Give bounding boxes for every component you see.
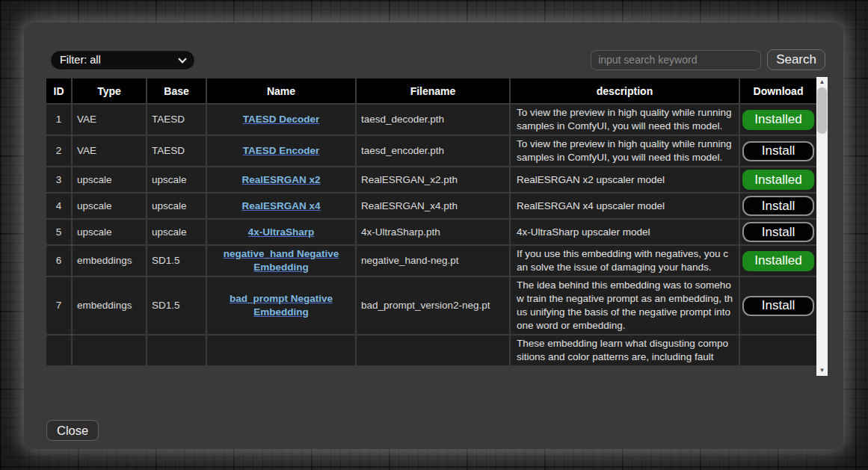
cell-type: upscale (72, 219, 147, 245)
comfyui-canvas: { "dialog": { "toolbar": { "filter": { "… (0, 0, 868, 470)
scrollbar-down-icon[interactable]: ▼ (816, 365, 828, 376)
cell-download: Install (739, 135, 816, 167)
cell-type: VAE (72, 104, 147, 135)
cell-description: The idea behind this embedding was to so… (510, 276, 739, 335)
model-name-link[interactable]: TAESD Decoder (243, 114, 320, 125)
install-button[interactable]: Install (742, 296, 814, 316)
cell-id: 2 (46, 135, 72, 167)
cell-type: upscale (72, 167, 147, 193)
cell-type: upscale (72, 193, 147, 219)
install-button[interactable]: Install (742, 141, 814, 161)
cell-description: 4x-UltraSharp upscaler model (510, 219, 739, 245)
cell-name: RealESRGAN x4 (206, 193, 356, 219)
cell-name: RealESRGAN x2 (206, 167, 356, 193)
installed-button[interactable]: Installed (742, 251, 814, 271)
table-row: 5upscaleupscale4x-UltraSharp4x-UltraShar… (46, 219, 816, 245)
toolbar: Filter: all Search (50, 49, 825, 70)
column-header-filename: Filename (356, 78, 510, 104)
cell-description: If you use this embedding with negatives… (510, 245, 739, 276)
cell-id (46, 335, 72, 366)
search-button[interactable]: Search (767, 49, 825, 70)
cell-description: To view the preview in high quality whil… (510, 104, 739, 135)
model-manager-dialog: Filter: all Search IDTypeBaseNameFilenam… (24, 22, 843, 449)
cell-id: 6 (46, 245, 72, 276)
cell-id: 5 (46, 219, 72, 245)
cell-description: RealESRGAN x4 upscaler model (510, 193, 739, 219)
cell-name: 4x-UltraSharp (206, 219, 356, 245)
table-row: 3upscaleupscaleRealESRGAN x2RealESRGAN_x… (46, 167, 816, 193)
cell-filename: negative_hand-neg.pt (356, 245, 510, 276)
cell-filename: RealESRGAN_x2.pth (356, 167, 510, 193)
model-table-body: 1VAETAESDTAESD Decodertaesd_decoder.pthT… (46, 104, 816, 366)
cell-download: Install (739, 276, 816, 335)
cell-id: 7 (46, 276, 72, 335)
filter-select[interactable]: Filter: all (50, 50, 195, 70)
column-header-download: Download (739, 78, 816, 104)
filter-select-wrap: Filter: all (50, 50, 195, 70)
install-button[interactable]: Install (742, 196, 814, 216)
cell-id: 3 (46, 167, 72, 193)
cell-base: upscale (147, 193, 206, 219)
cell-download (739, 335, 816, 366)
cell-base: SD1.5 (147, 245, 206, 276)
cell-download: Install (739, 219, 816, 245)
column-header-description: description (510, 78, 739, 104)
column-header-id: ID (46, 78, 72, 104)
close-button[interactable]: Close (46, 420, 99, 441)
cell-download: Installed (739, 245, 816, 276)
scrollbar[interactable]: ▲ ▼ (816, 77, 828, 376)
cell-type: VAE (72, 135, 147, 167)
table-row: 1VAETAESDTAESD Decodertaesd_decoder.pthT… (46, 104, 816, 135)
cell-filename: 4x-UltraSharp.pth (356, 219, 510, 245)
install-button[interactable]: Install (742, 222, 814, 242)
cell-filename: taesd_encoder.pth (356, 135, 510, 167)
column-header-base: Base (147, 78, 206, 104)
cell-base: TAESD (147, 104, 206, 135)
table-header-row: IDTypeBaseNameFilenamedescriptionDownloa… (46, 78, 816, 104)
model-table: IDTypeBaseNameFilenamedescriptionDownloa… (45, 77, 816, 367)
cell-name: negative_hand Negative Embedding (206, 245, 356, 276)
scrollbar-thumb[interactable] (817, 87, 827, 134)
model-name-link[interactable]: RealESRGAN x2 (241, 174, 320, 185)
cell-type: embeddings (72, 276, 147, 335)
cell-filename (356, 335, 510, 366)
installed-button[interactable]: Installed (742, 170, 814, 190)
cell-name (206, 335, 356, 366)
cell-name: bad_prompt Negative Embedding (206, 276, 356, 335)
table-row: 4upscaleupscaleRealESRGAN x4RealESRGAN_x… (46, 193, 816, 219)
cell-name: TAESD Encoder (206, 135, 356, 167)
cell-download: Install (739, 193, 816, 219)
model-table-area: IDTypeBaseNameFilenamedescriptionDownloa… (45, 77, 828, 376)
cell-type (72, 335, 147, 366)
cell-base: TAESD (147, 135, 206, 167)
search-input[interactable] (591, 50, 761, 70)
cell-download: Installed (739, 104, 816, 135)
cell-type: embeddings (72, 245, 147, 276)
table-row: 2VAETAESDTAESD Encodertaesd_encoder.pthT… (46, 135, 816, 167)
cell-filename: taesd_decoder.pth (356, 104, 510, 135)
cell-description: RealESRGAN x2 upscaler model (510, 167, 739, 193)
column-header-type: Type (72, 78, 147, 104)
model-name-link[interactable]: RealESRGAN x4 (241, 200, 320, 211)
cell-base: upscale (147, 219, 206, 245)
model-table-clip: IDTypeBaseNameFilenamedescriptionDownloa… (45, 77, 816, 376)
column-header-name: Name (206, 78, 356, 104)
model-name-link[interactable]: negative_hand Negative Embedding (224, 248, 339, 273)
cell-id: 4 (46, 193, 72, 219)
cell-description: To view the preview in high quality whil… (510, 135, 739, 167)
cell-base (147, 335, 206, 366)
model-name-link[interactable]: TAESD Encoder (243, 145, 320, 156)
cell-filename: bad_prompt_version2-neg.pt (356, 276, 510, 335)
cell-id: 1 (46, 104, 72, 135)
scrollbar-up-icon[interactable]: ▲ (816, 77, 828, 87)
table-row: 7embeddingsSD1.5bad_prompt Negative Embe… (46, 276, 816, 335)
installed-button[interactable]: Installed (742, 110, 814, 130)
cell-filename: RealESRGAN_x4.pth (356, 193, 510, 219)
cell-download: Installed (739, 167, 816, 193)
model-name-link[interactable]: 4x-UltraSharp (248, 226, 315, 238)
model-name-link[interactable]: bad_prompt Negative Embedding (230, 293, 333, 318)
cell-name: TAESD Decoder (206, 104, 356, 135)
cell-base: upscale (147, 167, 206, 193)
cell-base: SD1.5 (147, 276, 206, 335)
table-row: These embedding learn what disgusting co… (46, 335, 816, 366)
